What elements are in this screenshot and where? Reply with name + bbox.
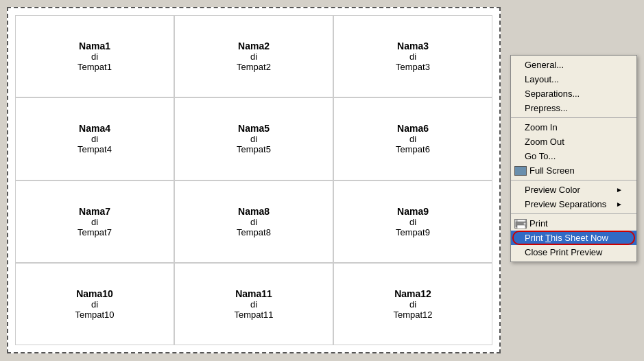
cell-di-9: di [409,217,416,227]
print-preview-area: Nama1diTempat1Nama2diTempat2Nama3diTempa… [7,7,501,353]
cell-10: Nama10diTempat10 [15,263,174,345]
cell-place-3: Tempat3 [396,62,430,72]
cell-place-5: Tempat5 [237,144,271,154]
menu-item-close-print-preview[interactable]: Close Print Preview [511,245,636,259]
separator-1 [511,117,636,118]
svg-rect-2 [517,225,525,229]
arrow-icon: ► [616,200,623,208]
cell-name-4: Nama4 [79,123,110,134]
cell-di-1: di [91,51,98,62]
cell-11: Nama11diTempat11 [174,263,333,345]
menu-item-print-this-sheet[interactable]: Print This Sheet Now [511,231,636,245]
menu-item-fullscreen[interactable]: Full Screen [511,163,636,178]
cell-place-6: Tempat6 [396,144,430,154]
menu-item-zoom-in[interactable]: Zoom In [511,120,636,135]
menu-item-layout[interactable]: Layout... [511,72,636,86]
menu-item-separations[interactable]: Separations... [511,86,636,101]
cell-place-2: Tempat2 [237,62,271,72]
cell-di-8: di [250,217,257,227]
cell-di-2: di [250,51,257,62]
cell-di-10: di [91,299,98,310]
cell-name-12: Nama12 [394,288,431,299]
menu-item-print[interactable]: Print [511,216,636,231]
cell-8: Nama8diTempat8 [174,180,333,263]
cell-name-9: Nama9 [397,206,429,217]
cell-12: Nama12diTempat12 [333,263,492,345]
cell-di-6: di [409,134,416,144]
menu-item-preview-color[interactable]: Preview Color ► [511,183,636,197]
cell-1: Nama1diTempat1 [15,15,174,97]
context-menu: General... Layout... Separations... Prep… [510,55,637,262]
cell-di-7: di [91,217,98,227]
cell-di-4: di [91,134,98,144]
separator-3 [511,213,636,214]
menu-item-general[interactable]: General... [511,58,636,72]
cell-place-10: Tempat10 [75,310,114,320]
cell-2: Nama2diTempat2 [174,15,333,97]
cell-name-8: Nama8 [238,206,270,217]
menu-item-preview-separations[interactable]: Preview Separations ► [511,197,636,211]
cell-place-7: Tempat7 [77,227,112,237]
cell-place-11: Tempat11 [234,310,273,320]
menu-item-zoom-out[interactable]: Zoom Out [511,135,636,149]
fullscreen-icon [514,166,527,176]
cell-3: Nama3diTempat3 [333,15,492,97]
cell-name-5: Nama5 [238,123,270,134]
cell-place-12: Tempat12 [393,310,432,320]
cell-place-8: Tempat8 [237,227,271,237]
cell-place-9: Tempat9 [396,227,430,237]
cell-name-1: Nama1 [79,40,110,51]
cell-di-12: di [409,299,416,310]
cell-9: Nama9diTempat9 [333,180,492,263]
svg-point-3 [524,222,526,224]
arrow-icon: ► [616,186,623,194]
cell-4: Nama4diTempat4 [15,97,174,180]
menu-item-prepress[interactable]: Prepress... [511,101,636,115]
cell-6: Nama6diTempat6 [333,97,492,180]
cell-5: Nama5diTempat5 [174,97,333,180]
cell-di-11: di [250,299,257,310]
cell-name-2: Nama2 [238,40,270,51]
cell-name-6: Nama6 [397,123,429,134]
separator-2 [511,180,636,180]
cell-name-11: Nama11 [235,288,272,299]
cell-name-7: Nama7 [79,206,110,217]
cell-name-3: Nama3 [397,40,429,51]
cell-7: Nama7diTempat7 [15,180,174,263]
cell-name-10: Nama10 [76,288,113,299]
cell-place-1: Tempat1 [77,62,112,72]
cell-di-3: di [409,51,416,62]
cell-di-5: di [250,134,257,144]
menu-item-goto[interactable]: Go To... [511,149,636,163]
cell-place-4: Tempat4 [77,144,112,154]
print-icon [514,219,527,229]
